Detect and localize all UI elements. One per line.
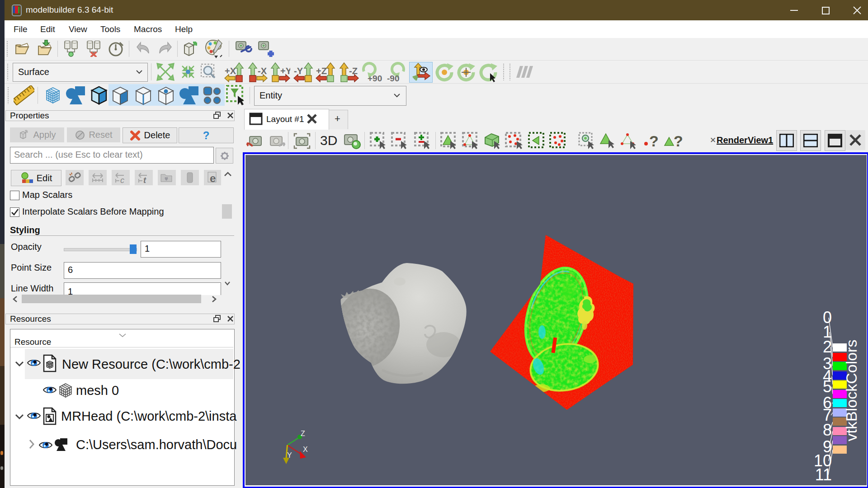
svg-text:vtkBlockColors: vtkBlockColors <box>843 340 860 441</box>
svg-text:-Z: -Z <box>349 66 358 76</box>
svg-text:Z: Z <box>301 430 305 437</box>
svg-text:+90: +90 <box>368 74 382 82</box>
svg-text:5: 5 <box>823 377 832 396</box>
svg-text:-90: -90 <box>387 74 399 82</box>
svg-text:?: ? <box>674 132 683 149</box>
svg-text:-Y: -Y <box>294 66 303 76</box>
svg-text:e: e <box>210 172 216 184</box>
svg-text:t: t <box>143 176 146 183</box>
svg-text:X: X <box>303 446 308 453</box>
svg-text:+Z: +Z <box>316 66 327 76</box>
svg-text:?: ? <box>649 132 659 149</box>
svg-text:+X: +X <box>225 66 236 76</box>
svg-text:-X: -X <box>258 66 267 76</box>
svg-text:c: c <box>120 176 124 183</box>
svg-text:8: 8 <box>823 421 832 439</box>
svg-text:+Y: +Y <box>280 66 290 76</box>
svg-text:Y: Y <box>287 451 292 459</box>
